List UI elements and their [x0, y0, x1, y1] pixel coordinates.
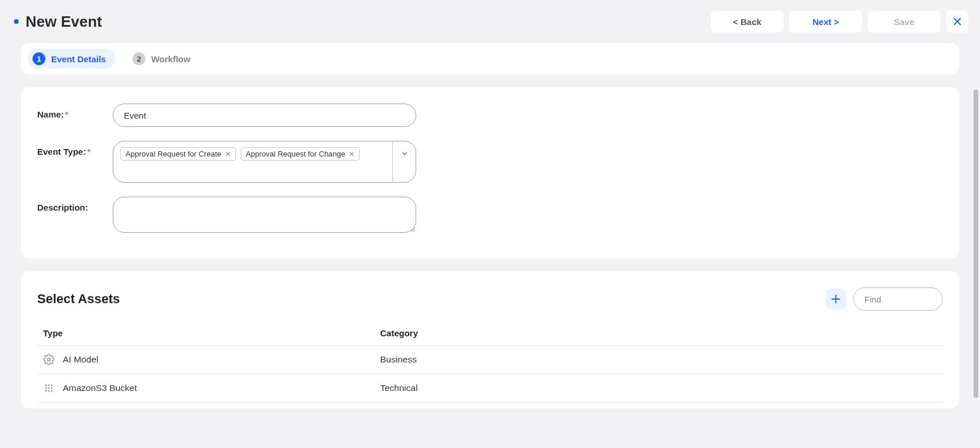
back-button[interactable]: < Back	[711, 10, 784, 33]
close-icon	[952, 16, 963, 27]
description-label: Description:	[37, 197, 113, 212]
close-button[interactable]	[946, 10, 968, 33]
svg-point-8	[45, 387, 47, 389]
add-asset-button[interactable]	[825, 289, 846, 310]
select-assets-panel: Select Assets Type Category AI Model Bus…	[21, 271, 959, 408]
step-workflow[interactable]: 2 Workflow	[128, 49, 199, 69]
asset-type-value: AmazonS3 Bucket	[63, 383, 137, 393]
step-event-details[interactable]: 1 Event Details	[28, 49, 115, 69]
svg-point-5	[45, 385, 47, 386]
event-type-tag: Approval Request for Change ✕	[241, 147, 360, 161]
event-type-tags: Approval Request for Create ✕ Approval R…	[113, 141, 392, 182]
save-button[interactable]: Save	[868, 10, 940, 33]
plus-icon	[830, 293, 842, 305]
find-asset-input[interactable]	[853, 287, 943, 311]
table-row[interactable]: AmazonS3 Bucket Technical	[37, 374, 943, 403]
column-header-type: Type	[43, 328, 380, 338]
wizard-steps: 1 Event Details 2 Workflow	[21, 43, 959, 74]
header-actions: < Back Next > Save	[711, 10, 968, 33]
step-number: 1	[33, 52, 45, 65]
description-input[interactable]	[113, 197, 416, 233]
vertical-scrollbar[interactable]	[974, 90, 978, 398]
svg-point-10	[51, 387, 53, 389]
status-dot-icon	[14, 19, 19, 24]
svg-point-9	[48, 387, 50, 389]
step-number: 2	[133, 52, 145, 65]
step-label: Workflow	[151, 54, 190, 64]
event-type-dropdown-toggle[interactable]	[392, 141, 416, 182]
select-assets-title: Select Assets	[37, 291, 120, 307]
name-label: Name:*	[37, 104, 113, 119]
svg-point-6	[48, 385, 50, 386]
table-row[interactable]: AI Model Business	[37, 346, 943, 374]
name-input[interactable]	[113, 104, 416, 127]
assets-table: Type Category AI Model Business AmazonS3…	[37, 321, 943, 403]
column-header-category: Category	[380, 328, 937, 338]
asset-category-value: Technical	[380, 383, 937, 393]
svg-point-12	[48, 390, 50, 392]
asset-type-value: AI Model	[63, 354, 98, 365]
svg-point-13	[51, 390, 53, 392]
asset-category-value: Business	[380, 354, 937, 365]
page-title: New Event	[26, 13, 102, 31]
page-header: New Event < Back Next > Save	[9, 10, 971, 43]
grid-icon	[43, 382, 55, 394]
assets-table-header: Type Category	[37, 321, 943, 346]
chevron-down-icon	[400, 150, 409, 158]
step-label: Event Details	[51, 54, 106, 64]
event-type-label: Event Type:*	[37, 141, 113, 157]
svg-point-11	[45, 390, 47, 392]
event-type-tag: Approval Request for Create ✕	[120, 147, 236, 161]
next-button[interactable]: Next >	[789, 10, 862, 33]
event-details-form: Name:* Event Type:* Approval Request for…	[21, 87, 959, 258]
svg-point-4	[48, 358, 51, 361]
gear-icon	[43, 354, 55, 365]
remove-tag-icon[interactable]: ✕	[225, 150, 231, 158]
svg-point-7	[51, 385, 53, 386]
event-type-select[interactable]: Approval Request for Create ✕ Approval R…	[113, 141, 416, 183]
remove-tag-icon[interactable]: ✕	[349, 150, 355, 158]
